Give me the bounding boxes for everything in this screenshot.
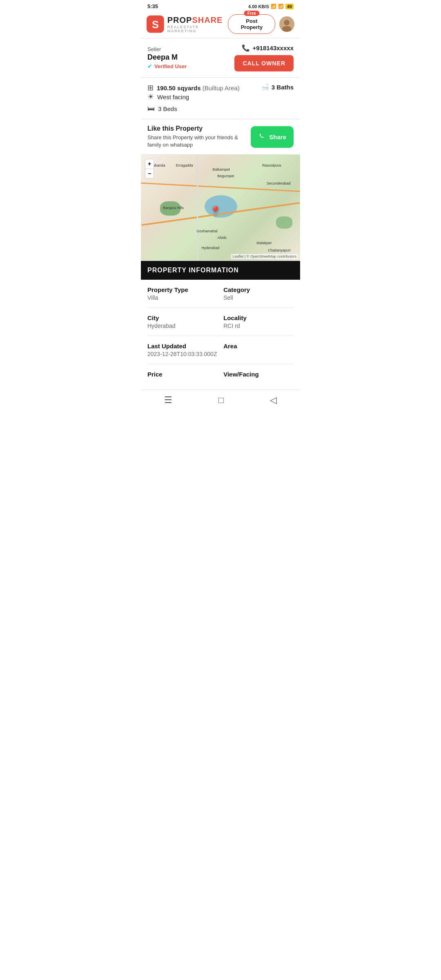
locality-label: Locality xyxy=(223,314,294,321)
view-facing-label: View/Facing xyxy=(223,371,294,378)
sun-icon: ☀ xyxy=(147,92,154,101)
map-label-goshamahal: Goshamahal xyxy=(197,229,218,233)
header-actions: Free Post Property xyxy=(228,14,294,34)
locality-cell: Locality RCI rd xyxy=(223,314,294,329)
map-attribution: Leaflet | © OpenStreetMap contributors xyxy=(231,254,298,259)
top-details-row: ⊞ 190.50 sqyards (Builtup Area) 🛁 3 Bath… xyxy=(147,83,294,92)
bed-icon: 🛏 xyxy=(147,105,155,113)
beds-text: 3 Beds xyxy=(158,105,177,112)
svg-point-5 xyxy=(258,132,266,140)
area-icon: ⊞ xyxy=(147,83,154,92)
status-time: 5:35 xyxy=(147,3,158,9)
share-text-block: Like this Property Share this Property w… xyxy=(147,125,251,149)
property-type-value: Villa xyxy=(147,294,218,301)
logo-title: PROPSHARE xyxy=(167,16,228,25)
status-right: 4.00 KB/S 📶 📶 49 xyxy=(248,4,294,9)
verified-icon: ✔ xyxy=(147,63,152,69)
property-info-body: Property Type Villa Category Sell City H… xyxy=(141,280,300,385)
map-label-begumpet: Begumpet xyxy=(217,174,234,178)
logo-text: PROPSHARE REALESTATE MARKETING xyxy=(167,16,228,33)
map-green-area-2 xyxy=(276,216,292,229)
back-nav-icon[interactable]: ◁ xyxy=(270,395,277,405)
call-owner-button[interactable]: CALL OWNER xyxy=(234,55,294,71)
seller-contact: 📞 +918143xxxxx CALL OWNER xyxy=(234,44,294,71)
map-zoom-controls[interactable]: + − xyxy=(145,159,154,178)
battery-level: 49 xyxy=(285,4,294,9)
city-value: Hyderabad xyxy=(147,323,218,329)
post-property-button[interactable]: Free Post Property xyxy=(228,14,275,34)
area-detail: ⊞ 190.50 sqyards (Builtup Area) xyxy=(147,83,240,92)
post-property-label: Post Property xyxy=(241,18,263,30)
share-button-label: Share xyxy=(269,134,286,140)
seller-info: Seller Deepa M ✔ Verified User xyxy=(147,46,187,69)
map-road-3 xyxy=(197,155,198,261)
seller-name: Deepa M xyxy=(147,53,187,62)
propshare-logo-icon: S xyxy=(147,15,164,33)
area-type: (Builtup Area) xyxy=(203,85,240,91)
info-row-2: City Hyderabad Locality RCI rd xyxy=(147,308,294,336)
seller-section: Seller Deepa M ✔ Verified User 📞 +918143… xyxy=(141,38,300,78)
menu-nav-icon[interactable]: ☰ xyxy=(164,395,172,405)
info-row-1: Property Type Villa Category Sell xyxy=(147,280,294,308)
share-description: Share this Property with your friends & … xyxy=(147,134,251,149)
info-row-4: Price View/Facing xyxy=(147,364,294,385)
signal-icon: 📶 xyxy=(278,4,284,9)
map-container[interactable]: Borabanda Erragadda Balkampet Rasoolpura… xyxy=(141,155,300,261)
share-title: Like this Property xyxy=(147,125,251,132)
price-label: Price xyxy=(147,371,218,378)
baths-value: 3 Baths xyxy=(272,84,294,91)
free-badge: Free xyxy=(244,11,259,16)
map-label-malakpet: Malakpet xyxy=(256,241,272,245)
whatsapp-icon xyxy=(258,132,266,142)
last-updated-label: Last Updated xyxy=(147,343,218,350)
map-label-abids: Abids xyxy=(217,236,227,240)
facing-row: ☀ West facing xyxy=(147,92,294,101)
map-label-erragadda: Erragadda xyxy=(176,163,193,167)
map-label-secunderabad: Secunderabad xyxy=(267,181,291,185)
property-info-header: PROPERTY INFORMATION xyxy=(141,261,300,280)
phone-row: 📞 +918143xxxxx xyxy=(242,44,294,52)
svg-point-3 xyxy=(284,20,290,25)
category-value: Sell xyxy=(223,294,294,301)
map-location-pin: 📍 xyxy=(209,206,222,217)
info-row-3: Last Updated 2023-12-28T10:03:33.000Z Ar… xyxy=(147,336,294,364)
map-zoom-out[interactable]: − xyxy=(145,169,154,178)
beds-row: 🛏 3 Beds xyxy=(147,105,294,113)
share-section: Like this Property Share this Property w… xyxy=(141,119,300,155)
last-updated-cell: Last Updated 2023-12-28T10:03:33.000Z xyxy=(147,343,218,357)
city-label: City xyxy=(147,314,218,321)
verified-text: Verified User xyxy=(154,63,187,69)
seller-label: Seller xyxy=(147,46,187,52)
property-details: ⊞ 190.50 sqyards (Builtup Area) 🛁 3 Bath… xyxy=(141,78,300,119)
property-type-cell: Property Type Villa xyxy=(147,286,218,301)
map-label-balkampet: Balkampet xyxy=(213,167,230,172)
area-text: 190.50 sqyards (Builtup Area) xyxy=(157,85,240,91)
logo-share: SHARE xyxy=(192,16,223,24)
city-cell: City Hyderabad xyxy=(147,314,218,329)
logo-prop: PROP xyxy=(167,16,192,24)
whatsapp-share-button[interactable]: Share xyxy=(251,126,294,148)
app-header: S PROPSHARE REALESTATE MARKETING Free Po… xyxy=(141,11,300,38)
svg-text:S: S xyxy=(152,19,159,30)
facing-text: West facing xyxy=(157,94,189,100)
wifi-icon: 📶 xyxy=(271,4,276,9)
home-nav-icon[interactable]: □ xyxy=(218,395,224,405)
property-type-label: Property Type xyxy=(147,286,218,293)
map-label-chaitanyapuri: Chaitanyapuri xyxy=(268,248,291,252)
verified-row: ✔ Verified User xyxy=(147,63,187,69)
map-label-hyderabad: Hyderabad xyxy=(201,246,219,250)
area-row: ⊞ 190.50 sqyards (Builtup Area) xyxy=(147,83,240,92)
logo-container: S PROPSHARE REALESTATE MARKETING xyxy=(147,15,228,33)
phone-number: +918143xxxxx xyxy=(252,45,294,51)
map-zoom-in[interactable]: + xyxy=(145,159,154,168)
bath-icon: 🛁 xyxy=(261,83,269,91)
area-cell: Area xyxy=(223,343,294,357)
status-bar: 5:35 4.00 KB/S 📶 📶 49 xyxy=(141,0,300,11)
phone-icon: 📞 xyxy=(242,44,250,52)
category-label: Category xyxy=(223,286,294,293)
avatar[interactable] xyxy=(279,16,294,32)
logo-subtitle: REALESTATE MARKETING xyxy=(167,25,228,33)
view-facing-cell: View/Facing xyxy=(223,371,294,379)
map-background: Borabanda Erragadda Balkampet Rasoolpura… xyxy=(141,155,300,261)
locality-value: RCI rd xyxy=(223,323,294,329)
